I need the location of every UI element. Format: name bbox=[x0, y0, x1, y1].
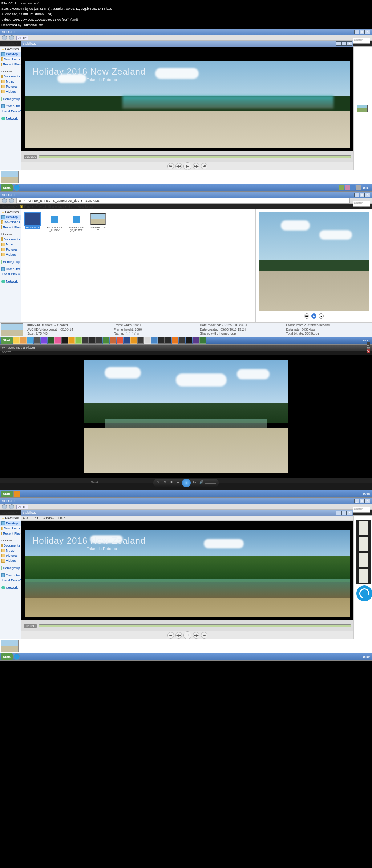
min-btn[interactable]: _ bbox=[367, 342, 370, 346]
breadcrumb[interactable]: 🖥▸ AFTER_EFFECTS_camcorder_tips▸ SOURCE bbox=[16, 198, 350, 204]
search-input-4[interactable]: Search bbox=[353, 507, 370, 513]
nav-fwd-icon[interactable] bbox=[9, 504, 14, 509]
organize-btn[interactable]: Organize ▾ bbox=[2, 205, 18, 208]
right-thumb[interactable] bbox=[357, 105, 368, 112]
start-button-3[interactable]: Start bbox=[1, 491, 13, 497]
sb-recent[interactable]: Recent Places bbox=[0, 225, 21, 230]
pv-play[interactable]: ▶ bbox=[311, 313, 316, 319]
play-btn[interactable]: ▶ bbox=[183, 162, 191, 170]
close-btn[interactable]: ✕ bbox=[365, 193, 370, 197]
crumb-2[interactable]: SOURCE bbox=[85, 199, 100, 203]
file-item-1[interactable]: Puffy_Smoke_01.mov bbox=[47, 213, 62, 231]
nav-fwd-icon[interactable] bbox=[9, 198, 14, 203]
app-icon-br[interactable] bbox=[110, 337, 116, 344]
sb-downloads[interactable]: Downloads bbox=[0, 220, 21, 225]
min-btn[interactable]: _ bbox=[354, 499, 359, 503]
sb-pictures[interactable]: Pictures bbox=[0, 247, 21, 252]
min-btn[interactable]: _ bbox=[336, 511, 341, 515]
start-button-2[interactable]: Start bbox=[1, 337, 13, 344]
app-icon[interactable] bbox=[137, 337, 144, 344]
max-btn[interactable]: ▭ bbox=[367, 346, 370, 349]
wmp-shuffle[interactable]: ⤮ bbox=[156, 480, 161, 485]
min-btn-2[interactable]: _ bbox=[336, 41, 341, 46]
next-btn[interactable]: ⏭ bbox=[201, 632, 207, 639]
playall-btn[interactable]: Play all bbox=[36, 205, 46, 208]
sb-desktop[interactable]: Desktop bbox=[0, 215, 21, 220]
after-taskbtn[interactable]: AFTE bbox=[16, 36, 28, 40]
sb-recent[interactable]: Recent Places bbox=[0, 531, 21, 536]
sb-homegroup[interactable]: Homegroup bbox=[0, 96, 21, 101]
qt-task-icon[interactable] bbox=[13, 184, 20, 191]
sb-recent[interactable]: Recent Places bbox=[0, 62, 21, 67]
pv-prev[interactable]: ⏮ bbox=[304, 313, 309, 319]
menu-file[interactable]: File bbox=[23, 516, 28, 520]
sb-documents[interactable]: Documents bbox=[0, 543, 21, 548]
max-btn[interactable]: ▭ bbox=[360, 193, 365, 197]
close-btn-2[interactable]: ✕ bbox=[347, 41, 352, 46]
close-btn[interactable]: ✕ bbox=[365, 499, 370, 503]
max-btn[interactable]: ▭ bbox=[360, 30, 365, 34]
sb-localdisk[interactable]: Local Disk (C:) bbox=[0, 272, 21, 277]
app-icon-ae[interactable] bbox=[193, 337, 199, 344]
titlebar-stabilised[interactable]: stabilised _▭✕ bbox=[21, 41, 353, 47]
sb-documents[interactable]: Documents bbox=[0, 74, 21, 79]
search-input[interactable]: Search bbox=[353, 38, 370, 44]
app-icon[interactable] bbox=[96, 337, 102, 344]
titlebar-source[interactable]: SOURCE _▭✕ bbox=[0, 29, 372, 35]
sb-pictures[interactable]: Pictures bbox=[0, 84, 21, 89]
wmp-task-icon[interactable] bbox=[13, 491, 20, 497]
menu-edit[interactable]: Edit bbox=[33, 516, 39, 520]
app-icon[interactable] bbox=[27, 337, 33, 344]
sb-network[interactable]: Network bbox=[0, 116, 21, 121]
app-icon[interactable] bbox=[186, 337, 192, 344]
burn-btn[interactable]: Burn bbox=[69, 205, 76, 208]
sb-homegroup[interactable]: Homegroup bbox=[0, 565, 21, 571]
tray-icon[interactable] bbox=[356, 185, 361, 190]
app-icon[interactable] bbox=[48, 337, 54, 344]
app-icon[interactable] bbox=[61, 337, 68, 344]
sb-localdisk[interactable]: Local Disk (C:) bbox=[0, 109, 21, 114]
organize-btn[interactable]: Organize ▾ bbox=[2, 42, 18, 45]
sb-homegroup[interactable]: Homegroup bbox=[0, 259, 21, 264]
wmp-stop[interactable]: ■ bbox=[169, 480, 174, 485]
app-icon[interactable] bbox=[20, 337, 27, 344]
sb-music[interactable]: Music bbox=[0, 242, 21, 247]
titlebar-source-4[interactable]: SOURCE _▭✕ bbox=[0, 498, 372, 504]
wmp-vol-slider[interactable] bbox=[205, 483, 216, 484]
next-btn[interactable]: ⏭ bbox=[201, 163, 207, 169]
wmp-vol[interactable]: 🔊 bbox=[199, 480, 204, 485]
max-btn[interactable]: ▭ bbox=[360, 499, 365, 503]
wmp-repeat[interactable]: ↻ bbox=[162, 480, 167, 485]
titlebar-stabilised-4[interactable]: stabilised _▭✕ bbox=[21, 510, 353, 516]
newfolder-btn[interactable]: New folder bbox=[78, 205, 93, 208]
sb-computer[interactable]: Computer bbox=[0, 573, 21, 578]
sb-documents[interactable]: Documents bbox=[0, 237, 21, 242]
rewind-btn[interactable]: ◀◀ bbox=[175, 632, 182, 639]
sb-videos[interactable]: Videos bbox=[0, 558, 21, 563]
app-icon-ai[interactable] bbox=[172, 337, 178, 344]
app-icon[interactable] bbox=[54, 337, 61, 344]
sb-network[interactable]: Network bbox=[0, 585, 21, 590]
wmp-titlebar[interactable]: Windows Media Player _▭✕ bbox=[0, 345, 372, 351]
sb-computer[interactable]: Computer bbox=[0, 267, 21, 272]
sb-desktop[interactable]: Desktop bbox=[0, 52, 21, 57]
app-icon[interactable] bbox=[130, 337, 137, 344]
after-taskbtn-4[interactable]: AFTE bbox=[16, 505, 28, 509]
sb-music[interactable]: Music bbox=[0, 79, 21, 84]
min-btn[interactable]: _ bbox=[354, 30, 359, 34]
thumb-4[interactable] bbox=[1, 640, 19, 652]
nav-back-icon[interactable] bbox=[2, 198, 7, 203]
app-icon[interactable] bbox=[165, 337, 171, 344]
app-icon[interactable] bbox=[68, 337, 75, 344]
app-icon[interactable] bbox=[199, 337, 206, 344]
wmp-prev[interactable]: ⏮ bbox=[175, 480, 181, 485]
organize-btn[interactable]: Organize ▾ bbox=[2, 511, 18, 515]
nav-back-icon[interactable] bbox=[2, 35, 7, 40]
wmp-next[interactable]: ⏭ bbox=[192, 480, 197, 485]
app-icon-dw[interactable] bbox=[103, 337, 109, 344]
nav-fwd-icon[interactable] bbox=[9, 35, 14, 40]
app-icon[interactable] bbox=[144, 337, 151, 344]
start-button[interactable]: Start bbox=[1, 184, 13, 191]
sb-music[interactable]: Music bbox=[0, 548, 21, 553]
share-btn[interactable]: Share with ▾ bbox=[48, 205, 66, 208]
